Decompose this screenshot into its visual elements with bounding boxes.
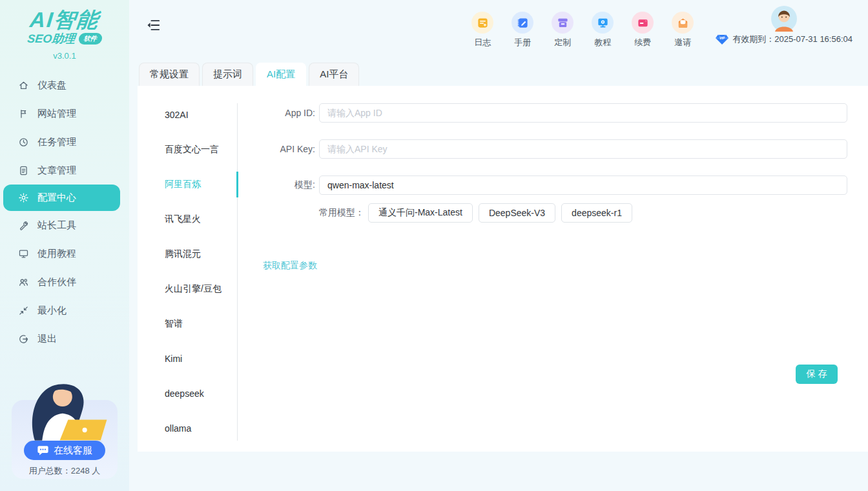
shortcut-label: 教程	[594, 37, 611, 48]
customer-service-illustration	[16, 377, 112, 450]
sidebar-item-webmaster-tools[interactable]: 站长工具	[0, 211, 129, 239]
provider-tencent-hunyuan[interactable]: 腾讯混元	[138, 237, 238, 272]
sidebar: AI智能 SEO助理 软件 v3.0.1 仪表盘 网站管理 任务管理 文章管理 …	[0, 0, 129, 491]
shortcut-manual[interactable]: 手册	[509, 12, 536, 48]
support-widget: 在线客服 用户总数：2248 人	[12, 400, 118, 479]
common-models-label: 常用模型：	[319, 207, 364, 219]
sidebar-item-articles[interactable]: 文章管理	[0, 156, 129, 185]
sidebar-item-usage-tutorial[interactable]: 使用教程	[0, 239, 129, 268]
model-option-deepseek-v3[interactable]: DeepSeek-V3	[479, 203, 555, 223]
sidebar-item-label: 站长工具	[37, 219, 76, 232]
provider-list: 302AI 百度文心一言 阿里百炼 讯飞星火 腾讯混元 火山引擎/豆包 智谱 K…	[138, 86, 238, 452]
tab-label: 提示词	[213, 68, 242, 81]
provider-ollama[interactable]: ollama	[138, 411, 238, 446]
online-customer-service-button[interactable]: 在线客服	[24, 441, 105, 460]
avatar[interactable]	[771, 6, 797, 32]
log-icon	[471, 12, 493, 34]
sidebar-item-minimize[interactable]: 最小化	[0, 296, 129, 325]
sidebar-item-tasks[interactable]: 任务管理	[0, 128, 129, 156]
logo-title: AI智能	[0, 8, 130, 32]
app-logo: AI智能 SEO助理 软件 v3.0.1	[0, 0, 129, 61]
chat-bubble-icon	[37, 445, 49, 456]
provider-kimi[interactable]: Kimi	[138, 341, 238, 376]
sidebar-item-label: 仪表盘	[37, 79, 67, 92]
provider-config-form: App ID: API Key: 模型: 常用模型： 通义千问-Max-Late…	[238, 86, 868, 452]
header-shortcuts: 日志 手册 定制 教程	[469, 12, 696, 48]
provider-label: 腾讯混元	[165, 248, 201, 260]
sidebar-item-label: 任务管理	[37, 136, 76, 148]
renew-icon	[632, 12, 654, 34]
api-key-input[interactable]	[319, 139, 847, 159]
svg-text:VIP: VIP	[719, 36, 725, 40]
save-button[interactable]: 保 存	[796, 365, 838, 384]
sidebar-item-label: 合作伙伴	[37, 276, 76, 288]
shortcut-invite[interactable]: 邀请	[669, 12, 696, 48]
webmaster-wrench-icon	[18, 220, 29, 231]
shortcut-logs[interactable]: 日志	[469, 12, 496, 48]
provider-label: 302AI	[165, 110, 189, 120]
sidebar-item-label: 退出	[37, 333, 57, 345]
topbar: 日志 手册 定制 教程	[129, 0, 868, 58]
provider-volcano-doubao[interactable]: 火山引擎/豆包	[138, 272, 238, 306]
sidebar-item-config-center[interactable]: 配置中心	[3, 185, 120, 211]
topbar-right: 日志 手册 定制 教程	[469, 0, 868, 48]
shortcut-label: 续费	[634, 37, 651, 48]
tab-ai-config[interactable]: AI配置	[256, 63, 306, 86]
tab-label: AI配置	[267, 68, 295, 81]
site-flag-icon	[18, 108, 29, 119]
shortcut-custom[interactable]: 定制	[549, 12, 576, 48]
provider-label: deepseek	[165, 388, 204, 399]
common-model-buttons: 通义千问-Max-Latest DeepSeek-V3 deepseek-r1	[368, 203, 632, 223]
sidebar-item-exit[interactable]: 退出	[0, 325, 129, 353]
sidebar-item-sites[interactable]: 网站管理	[0, 99, 129, 128]
sidebar-item-label: 最小化	[37, 305, 67, 317]
model-option-qwen-max-latest[interactable]: 通义千问-Max-Latest	[368, 203, 473, 223]
shortcut-tutorial[interactable]: 教程	[589, 12, 616, 48]
vip-expiry: VIP 有效期到：2025-07-31 16:56:04	[716, 34, 852, 45]
sidebar-menu: 仪表盘 网站管理 任务管理 文章管理 配置中心 站长工具 使用教程 合作伙伴	[0, 71, 129, 353]
provider-xunfei-xinghuo[interactable]: 讯飞星火	[138, 202, 238, 237]
app-id-input[interactable]	[319, 103, 847, 123]
provider-label: ollama	[165, 423, 191, 434]
provider-baidu-wenxin[interactable]: 百度文心一言	[138, 132, 238, 167]
task-clock-icon	[18, 137, 29, 148]
sidebar-item-dashboard[interactable]: 仪表盘	[0, 71, 129, 99]
model-option-deepseek-r1[interactable]: deepseek-r1	[561, 203, 632, 223]
model-input[interactable]	[319, 175, 847, 195]
user-profile: VIP 有效期到：2025-07-31 16:56:04	[716, 6, 852, 45]
shortcut-label: 定制	[554, 37, 571, 48]
article-doc-icon	[18, 165, 29, 176]
tutorial-monitor-icon	[18, 248, 29, 259]
main-area: 日志 手册 定制 教程	[129, 0, 868, 491]
provider-ali-bailian[interactable]: 阿里百炼	[138, 167, 238, 202]
support-card: 在线客服 用户总数：2248 人	[12, 400, 118, 479]
provider-zhipu[interactable]: 智谱	[138, 306, 238, 341]
fold-sidebar-icon[interactable]	[145, 17, 162, 35]
ai-config-panel: 302AI 百度文心一言 阿里百炼 讯飞星火 腾讯混元 火山引擎/豆包 智谱 K…	[138, 86, 868, 452]
fetch-config-params-link[interactable]: 获取配置参数	[263, 260, 317, 272]
tab-label: AI平台	[320, 68, 348, 81]
config-gear-icon	[18, 192, 29, 203]
provider-label: 火山引擎/豆包	[165, 283, 222, 295]
tutorial-icon	[592, 12, 614, 34]
active-provider-indicator	[236, 172, 238, 197]
sidebar-item-label: 文章管理	[37, 165, 76, 177]
dashboard-icon	[18, 80, 29, 91]
vip-expiry-text: 有效期到：2025-07-31 16:56:04	[732, 34, 852, 45]
sidebar-item-label: 配置中心	[37, 192, 76, 204]
tab-general-settings[interactable]: 常规设置	[139, 63, 200, 86]
sidebar-item-partners[interactable]: 合作伙伴	[0, 268, 129, 296]
provider-deepseek[interactable]: deepseek	[138, 376, 238, 411]
provider-302ai[interactable]: 302AI	[138, 97, 238, 132]
tab-ai-platform[interactable]: AI平台	[309, 63, 359, 86]
partner-people-icon	[18, 277, 29, 288]
provider-label: 阿里百炼	[165, 179, 201, 190]
total-users-count: 用户总数：2248 人	[12, 465, 118, 477]
shortcut-label: 邀请	[674, 37, 691, 48]
tab-prompts[interactable]: 提示词	[202, 63, 253, 86]
shortcut-label: 日志	[474, 37, 491, 48]
vip-badge-icon: VIP	[716, 34, 728, 45]
shortcut-renew[interactable]: 续费	[629, 12, 656, 48]
tab-label: 常规设置	[150, 68, 189, 81]
sidebar-item-label: 使用教程	[37, 248, 76, 260]
